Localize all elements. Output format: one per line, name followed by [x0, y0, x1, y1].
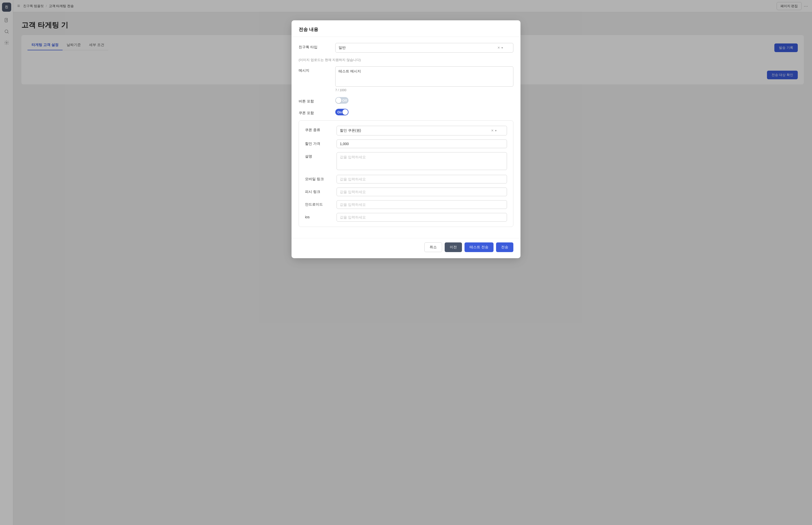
pc-link-label: 피시 링크: [305, 188, 331, 194]
friend-type-control: 일반 × ▾: [335, 43, 513, 52]
button-include-control: Off: [335, 97, 513, 104]
coupon-type-row: 쿠폰 종류 할인 쿠폰(원) × ▾: [305, 126, 507, 135]
message-control: 테스트 메시지 7 / 1000: [335, 66, 513, 92]
discount-price-control: [336, 139, 507, 148]
message-input[interactable]: 테스트 메시지: [335, 66, 513, 87]
coupon-include-toggle-knob: [343, 109, 348, 115]
description-control: [336, 152, 507, 171]
mobile-link-label: 모바일 링크: [305, 175, 331, 181]
modal-backdrop: 전송 내용 친구톡 타입 일반 × ▾ (이미지 업로드는 현재 지: [0, 0, 812, 525]
mobile-link-row: 모바일 링크: [305, 175, 507, 183]
android-row: 안드로이드: [305, 200, 507, 209]
friend-type-select[interactable]: 일반 × ▾: [335, 43, 513, 52]
pc-link-control: [336, 188, 507, 196]
modal-footer: 취소 이전 테스트 전송 전송: [291, 238, 521, 258]
modal-title: 전송 내용: [299, 27, 513, 32]
coupon-type-icons: × ▾: [491, 128, 496, 133]
android-input[interactable]: [336, 200, 507, 209]
coupon-type-label: 쿠폰 종류: [305, 126, 331, 132]
discount-price-label: 할인 가격: [305, 139, 331, 146]
friend-type-icons: × ▾: [497, 45, 503, 50]
message-row: 메시지 테스트 메시지 7 / 1000: [299, 66, 513, 92]
coupon-include-label: 쿠폰 포함: [299, 109, 329, 115]
button-include-row: 버튼 포함 Off: [299, 97, 513, 104]
coupon-section: 쿠폰 종류 할인 쿠폰(원) × ▾ 할인 가격: [299, 120, 513, 227]
button-include-toggle-wrap: Off: [335, 97, 513, 104]
coupon-type-arrow-icon[interactable]: ▾: [495, 129, 496, 132]
button-include-label: 버튼 포함: [299, 97, 329, 104]
button-include-toggle-label: Off: [342, 99, 347, 102]
coupon-type-value: 할인 쿠폰(원): [340, 128, 491, 133]
modal-dialog: 전송 내용 친구톡 타입 일반 × ▾ (이미지 업로드는 현재 지: [291, 20, 521, 258]
button-include-toggle[interactable]: Off: [335, 97, 348, 104]
mobile-link-control: [336, 175, 507, 183]
pc-link-row: 피시 링크: [305, 188, 507, 196]
friend-type-row: 친구톡 타입 일반 × ▾: [299, 43, 513, 52]
coupon-include-row: 쿠폰 포함 On: [299, 109, 513, 115]
modal-body: 친구톡 타입 일반 × ▾ (이미지 업로드는 현재 지원하지 않습니다) 메시…: [291, 37, 521, 238]
friend-type-value: 일반: [338, 45, 497, 50]
prev-button[interactable]: 이전: [445, 242, 462, 252]
modal-header: 전송 내용: [291, 20, 521, 37]
char-count: 7 / 1000: [335, 88, 513, 92]
friend-type-arrow-icon[interactable]: ▾: [502, 46, 503, 49]
test-send-button[interactable]: 테스트 전송: [464, 242, 493, 252]
discount-price-row: 할인 가격: [305, 139, 507, 148]
discount-price-input[interactable]: [336, 139, 507, 148]
description-input[interactable]: [336, 152, 507, 170]
android-label: 안드로이드: [305, 200, 331, 207]
coupon-type-clear-icon[interactable]: ×: [491, 128, 493, 133]
ios-label: ios: [305, 213, 331, 219]
description-row: 설명: [305, 152, 507, 171]
coupon-type-select[interactable]: 할인 쿠폰(원) × ▾: [336, 126, 507, 135]
description-label: 설명: [305, 152, 331, 159]
pc-link-input[interactable]: [336, 188, 507, 196]
friend-type-label: 친구톡 타입: [299, 43, 329, 49]
friend-type-clear-icon[interactable]: ×: [497, 45, 500, 50]
mobile-link-input[interactable]: [336, 175, 507, 183]
coupon-include-control: On: [335, 109, 513, 115]
coupon-include-toggle-wrap: On: [335, 109, 513, 115]
coupon-include-toggle[interactable]: On: [335, 109, 348, 115]
ios-row: ios: [305, 213, 507, 222]
message-label: 메시지: [299, 66, 329, 73]
ios-control: [336, 213, 507, 222]
send-button[interactable]: 전송: [496, 242, 513, 252]
ios-input[interactable]: [336, 213, 507, 222]
image-upload-hint: (이미지 업로드는 현재 지원하지 않습니다): [299, 58, 513, 62]
coupon-include-toggle-label: On: [337, 110, 342, 114]
coupon-type-control: 할인 쿠폰(원) × ▾: [336, 126, 507, 135]
android-control: [336, 200, 507, 209]
button-include-toggle-knob: [336, 97, 342, 103]
cancel-button[interactable]: 취소: [424, 242, 442, 252]
